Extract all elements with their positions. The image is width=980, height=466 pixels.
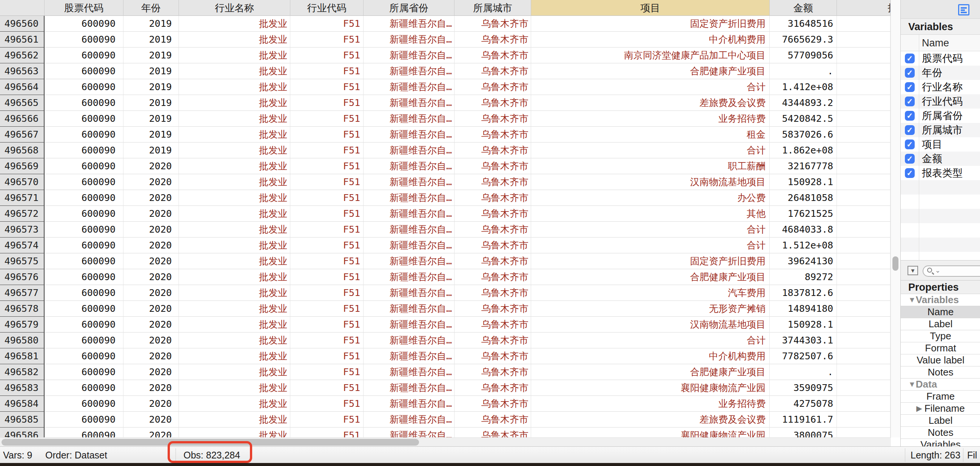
cell-item[interactable]: 合肥健康产业项目: [531, 364, 770, 380]
cell-code[interactable]: 600090: [45, 333, 123, 349]
cell-item[interactable]: 其他: [531, 206, 770, 222]
row-number-cell[interactable]: 496572: [0, 206, 45, 222]
cell-item[interactable]: 合计: [531, 333, 770, 349]
cell-year[interactable]: 2020: [123, 333, 179, 349]
column-header-code[interactable]: 股票代码: [45, 0, 123, 16]
cell-ind_code[interactable]: F51: [290, 190, 364, 206]
cell-item[interactable]: 差旅费及会议费: [531, 95, 770, 111]
vertical-scrollbar[interactable]: [891, 0, 900, 437]
cell-report_type[interactable]: [837, 159, 891, 174]
column-header-report_type[interactable]: 报表类型: [837, 0, 891, 16]
cell-code[interactable]: 600090: [45, 317, 123, 333]
cell-province[interactable]: 新疆维吾尔自…: [364, 285, 455, 301]
cell-province[interactable]: 新疆维吾尔自…: [364, 206, 455, 222]
cell-code[interactable]: 600090: [45, 269, 123, 285]
cell-amount[interactable]: 3800075: [770, 428, 837, 437]
cell-item[interactable]: 固定资产折旧费用: [531, 16, 770, 32]
cell-report_type[interactable]: [837, 190, 891, 206]
cell-ind_code[interactable]: F51: [290, 16, 364, 32]
variable-name-label[interactable]: 报表类型: [922, 166, 963, 180]
cell-province[interactable]: 新疆维吾尔自…: [364, 349, 455, 364]
cell-industry[interactable]: 批发业: [179, 396, 290, 412]
row-number-cell[interactable]: 496561: [0, 32, 45, 48]
cell-report_type[interactable]: [837, 32, 891, 48]
cell-province[interactable]: 新疆维吾尔自…: [364, 32, 455, 48]
cell-year[interactable]: 2020: [123, 412, 179, 428]
cell-ind_code[interactable]: F51: [290, 238, 364, 254]
cell-ind_code[interactable]: F51: [290, 32, 364, 48]
variable-checkbox[interactable]: ✓: [905, 125, 915, 135]
row-number-cell[interactable]: 496574: [0, 238, 45, 254]
cell-year[interactable]: 2020: [123, 269, 179, 285]
row-number-cell[interactable]: 496586: [0, 428, 45, 437]
cell-report_type[interactable]: [837, 143, 891, 159]
cell-ind_code[interactable]: F51: [290, 412, 364, 428]
cell-report_type[interactable]: [837, 380, 891, 396]
cell-code[interactable]: 600090: [45, 63, 123, 79]
cell-city[interactable]: 乌鲁木齐市: [455, 412, 531, 428]
cell-report_type[interactable]: [837, 111, 891, 127]
cell-city[interactable]: 乌鲁木齐市: [455, 254, 531, 269]
cell-amount[interactable]: 14894180: [770, 301, 837, 317]
cell-city[interactable]: 乌鲁木齐市: [455, 380, 531, 396]
variable-row[interactable]: ✓行业代码: [901, 94, 980, 109]
cell-amount[interactable]: .: [770, 63, 837, 79]
cell-report_type[interactable]: [837, 428, 891, 437]
variables-search-field[interactable]: ⌄: [923, 265, 980, 277]
cell-item[interactable]: 合计: [531, 222, 770, 238]
cell-item[interactable]: 业务招待费: [531, 396, 770, 412]
cell-city[interactable]: 乌鲁木齐市: [455, 143, 531, 159]
properties-row-notes[interactable]: Notes: [901, 427, 980, 439]
cell-province[interactable]: 新疆维吾尔自…: [364, 254, 455, 269]
cell-year[interactable]: 2020: [123, 190, 179, 206]
properties-row-type[interactable]: Type: [901, 330, 980, 342]
variable-row[interactable]: ✓金额: [901, 152, 980, 166]
cell-ind_code[interactable]: F51: [290, 428, 364, 437]
cell-code[interactable]: 600090: [45, 190, 123, 206]
row-number-cell[interactable]: 496565: [0, 95, 45, 111]
cell-report_type[interactable]: [837, 349, 891, 364]
variable-checkbox[interactable]: ✓: [905, 82, 915, 92]
properties-section-data[interactable]: ▼Data: [901, 379, 980, 391]
cell-industry[interactable]: 批发业: [179, 412, 290, 428]
variable-checkbox[interactable]: ✓: [905, 68, 915, 78]
cell-industry[interactable]: 批发业: [179, 79, 290, 95]
cell-amount[interactable]: 1.512e+08: [770, 238, 837, 254]
cell-ind_code[interactable]: F51: [290, 48, 364, 63]
cell-item[interactable]: 汉南物流基地项目: [531, 174, 770, 190]
cell-amount[interactable]: 7782507.6: [770, 349, 837, 364]
cell-ind_code[interactable]: F51: [290, 222, 364, 238]
cell-year[interactable]: 2019: [123, 143, 179, 159]
variable-checkbox[interactable]: ✓: [905, 168, 915, 178]
cell-ind_code[interactable]: F51: [290, 285, 364, 301]
cell-code[interactable]: 600090: [45, 254, 123, 269]
cell-province[interactable]: 新疆维吾尔自…: [364, 238, 455, 254]
variable-row[interactable]: ✓报表类型: [901, 166, 980, 180]
row-expander-icon[interactable]: ▶: [916, 404, 922, 412]
cell-code[interactable]: 600090: [45, 32, 123, 48]
cell-code[interactable]: 600090: [45, 206, 123, 222]
cell-city[interactable]: 乌鲁木齐市: [455, 206, 531, 222]
cell-code[interactable]: 600090: [45, 238, 123, 254]
variable-name-label[interactable]: 金额: [922, 152, 942, 166]
cell-year[interactable]: 2019: [123, 111, 179, 127]
cell-year[interactable]: 2020: [123, 349, 179, 364]
vertical-scrollbar-thumb[interactable]: [892, 256, 899, 271]
variable-name-label[interactable]: 所属城市: [922, 123, 963, 137]
properties-row-value-label[interactable]: Value label: [901, 354, 980, 366]
cell-ind_code[interactable]: F51: [290, 317, 364, 333]
cell-city[interactable]: 乌鲁木齐市: [455, 111, 531, 127]
cell-item[interactable]: 差旅费及会议费: [531, 412, 770, 428]
cell-code[interactable]: 600090: [45, 301, 123, 317]
variable-name-label[interactable]: 行业代码: [922, 94, 963, 109]
cell-ind_code[interactable]: F51: [290, 269, 364, 285]
row-number-cell[interactable]: 496578: [0, 301, 45, 317]
cell-year[interactable]: 2020: [123, 285, 179, 301]
cell-amount[interactable]: 5420842.5: [770, 111, 837, 127]
cell-item[interactable]: 合计: [531, 79, 770, 95]
row-number-cell[interactable]: 496563: [0, 63, 45, 79]
cell-ind_code[interactable]: F51: [290, 254, 364, 269]
cell-amount[interactable]: 3590975: [770, 380, 837, 396]
cell-year[interactable]: 2019: [123, 16, 179, 32]
cell-item[interactable]: 职工薪酬: [531, 159, 770, 174]
